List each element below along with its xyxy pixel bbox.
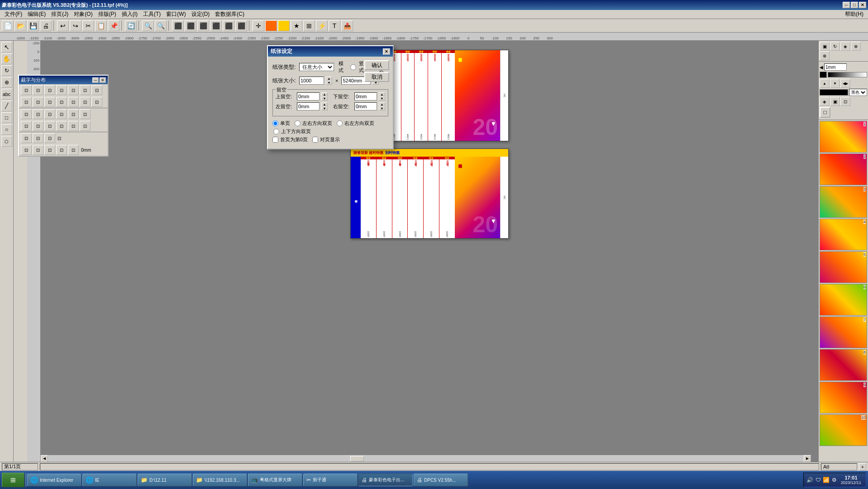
- rt-btn-4[interactable]: ⊕: [851, 42, 861, 51]
- mr-up[interactable]: ▲: [379, 102, 385, 106]
- scroll-right-btn[interactable]: ▶: [804, 455, 811, 462]
- export-btn[interactable]: 📤: [341, 20, 353, 31]
- fp-btn-5[interactable]: ⊡: [68, 85, 79, 95]
- ml-up[interactable]: ▲: [321, 102, 328, 106]
- undo-btn[interactable]: ↩: [57, 20, 69, 31]
- rt-arrow-up[interactable]: ▲: [820, 79, 830, 88]
- rt-extra-2[interactable]: ▣: [830, 97, 840, 106]
- rt-arrow-dn[interactable]: ▼: [830, 79, 840, 88]
- mt-dn[interactable]: ▼: [321, 96, 328, 101]
- menu-help[interactable]: 帮助(H): [842, 10, 866, 19]
- fp-btn-17[interactable]: ⊡: [44, 109, 55, 119]
- thumb-6[interactable]: 6: [820, 284, 867, 316]
- taskbar-folder-2[interactable]: 📁 \\192.168.110.3...: [193, 474, 247, 486]
- cut-btn[interactable]: ✂: [82, 20, 94, 31]
- float-panel-title[interactable]: 裁字与分布 ─ ✕: [19, 76, 108, 84]
- crop-btn[interactable]: ⊞: [303, 20, 315, 31]
- menu-insert[interactable]: 插入(I): [119, 10, 140, 19]
- ellipse-tool[interactable]: ○: [1, 124, 12, 135]
- fp-btn-14[interactable]: ⊡: [91, 97, 102, 107]
- rt-btn-2[interactable]: ↻: [830, 42, 840, 51]
- fp-btn-18[interactable]: ⊡: [56, 109, 67, 119]
- fp-btn-3[interactable]: ⊡: [44, 85, 55, 95]
- start-button[interactable]: ⊞: [2, 473, 24, 487]
- thumb-4[interactable]: 4: [820, 219, 867, 250]
- fp-btn-6[interactable]: ⊡: [80, 85, 91, 95]
- menu-tools[interactable]: 工具(T): [140, 10, 163, 19]
- save-btn[interactable]: 💾: [27, 20, 39, 31]
- special-btn[interactable]: ⚡: [316, 20, 328, 31]
- thumb-1[interactable]: 1: [820, 121, 867, 153]
- fp-btn-13[interactable]: ⊡: [80, 97, 91, 107]
- tb-double-radio[interactable]: [273, 129, 279, 134]
- fp-btn-12[interactable]: ⊡: [68, 97, 79, 107]
- fp-btn-28[interactable]: ⊡: [33, 133, 43, 143]
- mb-up[interactable]: ▲: [379, 92, 385, 96]
- rl-double-radio[interactable]: [337, 120, 343, 126]
- fp-btn-23[interactable]: ⊡: [44, 121, 55, 131]
- taskbar-yuege[interactable]: 📺 粤格式显屏大牌: [248, 474, 302, 486]
- thumb-8[interactable]: 8: [820, 349, 867, 381]
- taskbar-scissors[interactable]: ✂ 剪子通: [303, 474, 358, 486]
- h-scrollbar[interactable]: ◀ ▶: [41, 455, 811, 462]
- fp-btn-26[interactable]: ⊡: [80, 121, 91, 131]
- close-btn[interactable]: ✕: [859, 2, 866, 8]
- margin-left-input[interactable]: [297, 102, 320, 110]
- align-right-btn[interactable]: ⬛: [197, 20, 209, 31]
- pan-tool[interactable]: ✋: [1, 53, 12, 64]
- rt-arrow-rl[interactable]: ◀▶: [840, 79, 850, 88]
- fp-btn-24[interactable]: ⊡: [56, 121, 67, 131]
- fp-btn-9[interactable]: ⊡: [33, 97, 43, 107]
- dialog-cancel-btn[interactable]: 取消: [364, 72, 389, 82]
- status-zoom-btn[interactable]: +: [859, 463, 866, 470]
- fp-btn-30[interactable]: ⊡: [21, 145, 32, 155]
- minimize-btn[interactable]: ─: [843, 2, 850, 8]
- float-panel-close[interactable]: ✕: [100, 77, 106, 83]
- fp-btn-27[interactable]: ⊡: [21, 133, 32, 143]
- text-btn[interactable]: T: [329, 20, 340, 31]
- menu-object[interactable]: 对象(O): [71, 10, 95, 19]
- fp-btn-4[interactable]: ⊡: [56, 85, 67, 95]
- paste-btn[interactable]: 📌: [108, 20, 119, 31]
- copy-btn[interactable]: 📋: [95, 20, 107, 31]
- menu-edit[interactable]: 编辑(E): [25, 10, 48, 19]
- single-page-radio[interactable]: [272, 120, 278, 126]
- thumb-3[interactable]: 3: [820, 186, 867, 218]
- fp-btn-20[interactable]: ⊡: [80, 109, 91, 119]
- fp-btn-33[interactable]: ⊡: [56, 145, 67, 155]
- dialog-title[interactable]: 纸张设定 ✕: [268, 46, 393, 57]
- rt-btn-1[interactable]: ▣: [820, 42, 830, 51]
- align-left-btn[interactable]: ⬛: [172, 20, 184, 31]
- rt-extra-1[interactable]: ◈: [820, 97, 830, 106]
- rt-btn-5[interactable]: ⊗: [820, 51, 830, 60]
- width-spin-dn[interactable]: ▼: [326, 81, 332, 85]
- rt-square-btn[interactable]: □: [820, 107, 830, 118]
- dialog-ok-btn[interactable]: 确认: [364, 60, 389, 70]
- scroll-left-btn[interactable]: ◀: [41, 455, 48, 462]
- fp-btn-2[interactable]: ⊡: [33, 85, 43, 95]
- fp-btn-25[interactable]: ⊡: [68, 121, 79, 131]
- fp-btn-34[interactable]: ⊡: [68, 145, 79, 155]
- fp-btn-8[interactable]: ⊡: [21, 97, 32, 107]
- thumb-7[interactable]: 7: [820, 316, 867, 348]
- thumb-5[interactable]: 5: [820, 251, 867, 283]
- fp-btn-10[interactable]: ⊡: [44, 97, 55, 107]
- rt-btn-3[interactable]: ◈: [840, 42, 850, 51]
- system-clock[interactable]: 17:01 2023/12/11: [839, 475, 863, 485]
- float-panel-minimize[interactable]: ─: [92, 77, 99, 83]
- prop-input-1[interactable]: [824, 63, 847, 71]
- first-page-zero-chk[interactable]: [272, 137, 278, 143]
- color2-btn[interactable]: [278, 20, 290, 31]
- taskbar-haotai[interactable]: 🖨 豪泰彩色电子出...: [358, 474, 413, 486]
- thumb-10[interactable]: 10: [820, 414, 867, 446]
- star-btn[interactable]: ★: [291, 20, 302, 31]
- open-btn[interactable]: 📂: [14, 20, 26, 31]
- thumb-2[interactable]: 2: [820, 153, 867, 185]
- ml-dn[interactable]: ▼: [321, 106, 328, 110]
- fp-btn-31[interactable]: ⊡: [33, 145, 43, 155]
- mode-landscape-radio[interactable]: [350, 64, 356, 70]
- mb-dn[interactable]: ▼: [379, 96, 385, 101]
- align-top-btn[interactable]: ⬛: [210, 20, 222, 31]
- menu-window[interactable]: 窗口(W): [163, 10, 188, 19]
- taskbar-ie-2[interactable]: 🌐 IE: [82, 474, 137, 486]
